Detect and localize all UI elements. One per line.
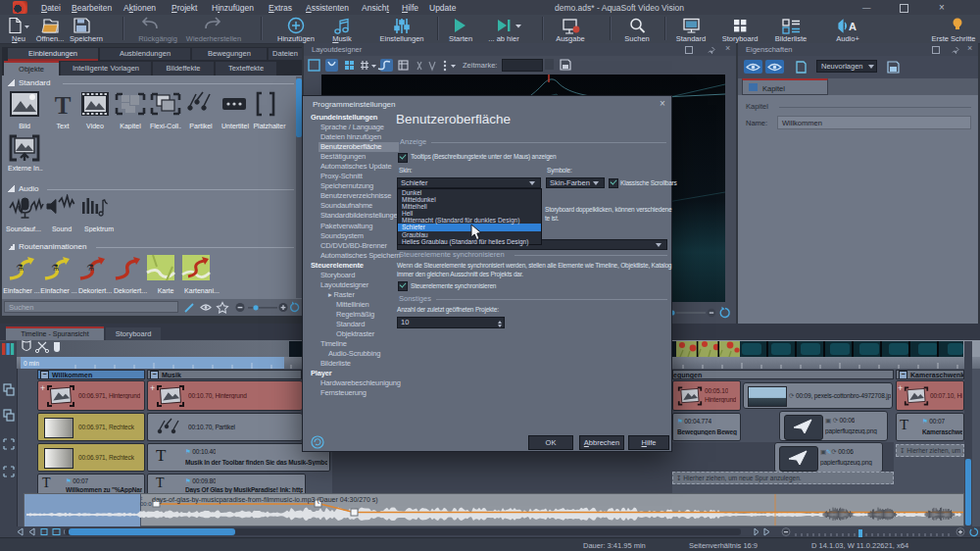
svg-text:⚗: ⚗ — [51, 263, 59, 273]
svg-text:⚗: ⚗ — [16, 263, 24, 273]
svg-text:T: T — [55, 92, 72, 119]
svg-text:⚗: ⚗ — [86, 263, 94, 273]
svg-text:A: A — [849, 21, 857, 32]
